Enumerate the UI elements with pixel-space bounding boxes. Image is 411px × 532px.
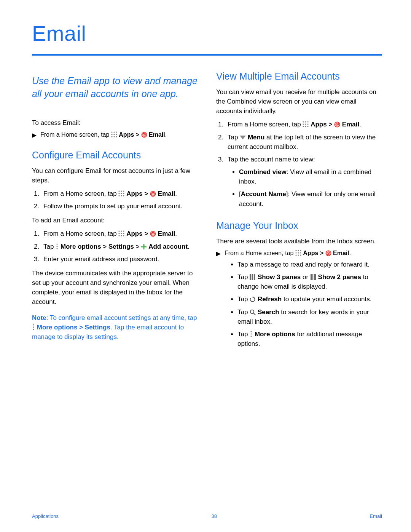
note-block: Note: To configure email account setting… — [32, 313, 198, 342]
search-icon — [250, 309, 256, 315]
right-column: View Multiple Email Accounts You can vie… — [216, 71, 382, 355]
access-email-step: From a Home screen, tap Apps > Email. — [32, 131, 198, 138]
configure-step-2: Follow the prompts to set up your email … — [41, 201, 198, 211]
view-step-1: From a Home screen, tap Apps > Email. — [225, 120, 382, 129]
manage-inbox-content: From a Home screen, tap Apps > Email. Ta… — [225, 250, 382, 351]
three-panes-icon — [250, 274, 256, 280]
apps-grid-icon — [118, 230, 124, 236]
email-app-icon — [150, 231, 156, 237]
more-options-icon — [56, 243, 59, 249]
inbox-tool-more-options: Tap More options for additional message … — [237, 329, 382, 348]
email-app-icon — [141, 132, 147, 138]
dropdown-menu-icon — [240, 135, 246, 140]
configure-intro-text: You can configure Email for most account… — [32, 166, 198, 185]
page: Email Use the Email app to view and mana… — [0, 0, 411, 532]
footer-page-number: 38 — [212, 513, 217, 519]
footer-right: Email — [370, 513, 382, 519]
combined-view-option: Combined view: View all email in a combi… — [239, 167, 382, 186]
title-rule — [32, 54, 382, 56]
lede-text: Use the Email app to view and manage all… — [32, 75, 198, 101]
add-account-intro: To add an Email account: — [32, 216, 198, 225]
play-arrow-icon — [216, 252, 221, 256]
apps-grid-icon — [111, 131, 117, 137]
add-account-steps: From a Home screen, tap Apps > Email. Ta… — [32, 229, 198, 264]
add-step-2: Tap More options > Settings > Add accoun… — [41, 242, 198, 251]
inbox-tool-read: Tap a message to read and reply or forwa… — [237, 260, 382, 269]
add-step-1: From a Home screen, tap Apps > Email. — [41, 229, 198, 238]
page-title: Email — [32, 21, 382, 46]
inbox-tool-refresh: Tap Refresh to update your email account… — [237, 294, 382, 304]
manage-inbox-main-step: From a Home screen, tap Apps > Email. Ta… — [216, 250, 382, 351]
footer-left: Applications — [32, 513, 59, 519]
configure-step-1: From a Home screen, tap Apps > Email. — [41, 189, 198, 198]
account-name-option: [Account Name]: View email for only one … — [239, 189, 382, 208]
email-app-icon — [334, 121, 340, 128]
view-step-3: Tap the account name to view: Combined v… — [225, 155, 382, 209]
more-options-icon — [250, 331, 253, 337]
access-email-intro: To access Email: — [32, 118, 198, 128]
add-icon — [141, 244, 147, 249]
heading-configure-email-accounts: Configure Email Accounts — [32, 150, 198, 161]
add-step-3: Enter your email address and password. — [41, 254, 198, 264]
view-step-2: Tap Menu at the top left of the screen t… — [225, 133, 382, 152]
inbox-tool-panes: Tap Show 3 panes or Show 2 panes to chan… — [237, 272, 382, 291]
two-column-layout: Use the Email app to view and manage all… — [32, 71, 382, 355]
apps-grid-icon — [303, 121, 309, 127]
left-column: Use the Email app to view and manage all… — [32, 71, 198, 355]
play-arrow-icon — [32, 133, 37, 138]
heading-view-multiple-accounts: View Multiple Email Accounts — [216, 71, 382, 82]
view-multiple-intro: You can view email you receive for multi… — [216, 87, 382, 116]
email-app-icon — [325, 250, 331, 256]
manage-inbox-intro: There are several tools available from t… — [216, 236, 382, 246]
device-sync-text: The device communicates with the appropr… — [32, 268, 198, 307]
access-email-step-text: From a Home screen, tap Apps > Email. — [40, 131, 167, 138]
apps-grid-icon — [295, 250, 301, 256]
view-multiple-steps: From a Home screen, tap Apps > Email. Ta… — [216, 120, 382, 208]
inbox-tools-list: Tap a message to read and reply or forwa… — [228, 260, 382, 348]
account-view-options: Combined view: View all email in a combi… — [230, 167, 382, 209]
configure-steps: From a Home screen, tap Apps > Email. Fo… — [32, 189, 198, 211]
two-panes-icon — [310, 274, 316, 280]
apps-grid-icon — [118, 190, 124, 197]
heading-manage-inbox: Manage Your Inbox — [216, 220, 382, 231]
email-app-icon — [150, 191, 156, 197]
more-options-icon — [32, 324, 35, 330]
page-footer: Applications 38 Email — [32, 513, 382, 519]
inbox-tool-search: Tap Search to search for key words in yo… — [237, 307, 382, 326]
refresh-icon — [250, 296, 256, 302]
